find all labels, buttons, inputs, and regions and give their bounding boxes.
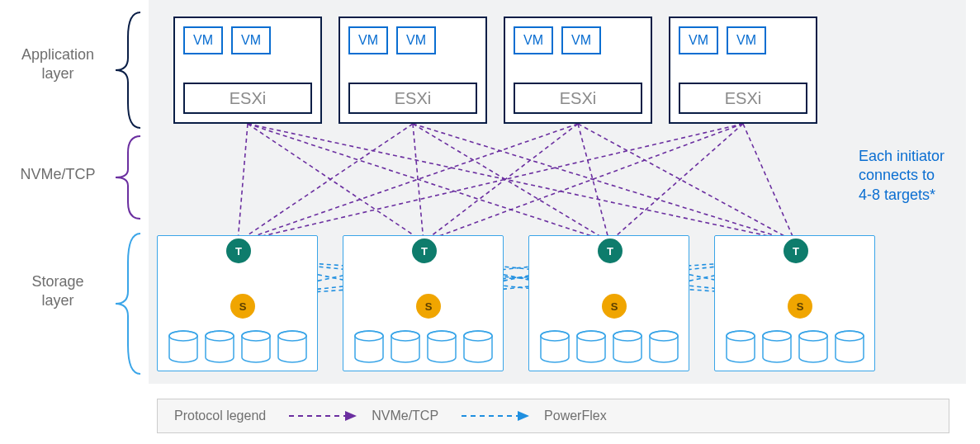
server-s-circle: S xyxy=(230,294,255,319)
text: Storage xyxy=(31,273,83,290)
target-t-circle: T xyxy=(598,239,623,263)
vm-box: VM xyxy=(183,26,223,54)
disk-icon xyxy=(833,329,866,364)
esxi-host-4: VM VM ESXi xyxy=(669,17,817,124)
disk-icon xyxy=(724,329,757,364)
legend-powerflex: PowerFlex xyxy=(462,409,607,423)
server-s-circle: S xyxy=(788,294,812,319)
disk-icon xyxy=(760,329,793,364)
vm-box: VM xyxy=(514,26,553,54)
storage-node-3: T S xyxy=(528,235,689,371)
disk-icon xyxy=(611,329,644,364)
nvme-layer-label: NVMe/TCP xyxy=(8,165,107,184)
application-layer-label: Application layer xyxy=(8,45,107,83)
disk-row xyxy=(715,329,874,364)
esxi-label: ESXi xyxy=(514,83,642,114)
dashed-arrow-purple-icon xyxy=(289,410,363,422)
protocol-legend: Protocol legend NVMe/TCP PowerFlex xyxy=(157,399,949,433)
esxi-host-2: VM VM ESXi xyxy=(339,17,487,124)
server-s-circle: S xyxy=(602,294,627,319)
text: NVMe/TCP xyxy=(20,166,95,182)
target-t-circle: T xyxy=(226,239,251,263)
esxi-host-1: VM VM ESXi xyxy=(173,17,322,124)
disk-icon xyxy=(575,329,608,364)
vm-box: VM xyxy=(561,26,601,54)
text: 4-8 targets* xyxy=(859,187,935,203)
vm-box: VM xyxy=(348,26,388,54)
disk-icon xyxy=(239,329,272,364)
storage-node-4: T S xyxy=(714,235,875,371)
server-s-circle: S xyxy=(416,294,441,319)
disk-icon xyxy=(462,329,495,364)
disk-icon xyxy=(276,329,309,364)
initiator-note: Each initiator connects to 4-8 targets* xyxy=(859,147,944,205)
vm-box: VM xyxy=(679,26,718,54)
target-t-circle: T xyxy=(412,239,437,263)
disk-row xyxy=(529,329,689,364)
disk-icon xyxy=(647,329,680,364)
storage-node-2: T S xyxy=(343,235,504,371)
disk-icon xyxy=(353,329,386,364)
text: connects to xyxy=(859,167,935,183)
esxi-host-3: VM VM ESXi xyxy=(504,17,652,124)
text: layer xyxy=(41,292,73,309)
esxi-label: ESXi xyxy=(679,83,807,114)
legend-title: Protocol legend xyxy=(174,409,266,423)
dashed-arrow-blue-icon xyxy=(462,410,536,422)
vm-box: VM xyxy=(231,26,271,54)
disk-icon xyxy=(797,329,830,364)
text: Each initiator xyxy=(859,148,944,164)
text: NVMe/TCP xyxy=(372,409,438,423)
disk-row xyxy=(158,329,317,364)
disk-icon xyxy=(425,329,458,364)
legend-nvme: NVMe/TCP xyxy=(289,409,438,423)
bracket-application xyxy=(107,8,149,132)
disk-icon xyxy=(167,329,200,364)
esxi-label: ESXi xyxy=(348,83,477,114)
target-t-circle: T xyxy=(784,239,808,263)
disk-row xyxy=(343,329,503,364)
bracket-nvme xyxy=(107,132,149,223)
text: layer xyxy=(41,65,73,82)
esxi-label: ESXi xyxy=(183,83,312,114)
text: Application xyxy=(21,46,94,63)
storage-layer-label: Storage layer xyxy=(8,272,107,309)
bracket-storage xyxy=(107,229,149,378)
storage-node-1: T S xyxy=(157,235,318,371)
disk-icon xyxy=(389,329,422,364)
vm-box: VM xyxy=(396,26,436,54)
vm-box: VM xyxy=(727,26,766,54)
text: PowerFlex xyxy=(544,409,607,423)
disk-icon xyxy=(203,329,236,364)
disk-icon xyxy=(538,329,571,364)
